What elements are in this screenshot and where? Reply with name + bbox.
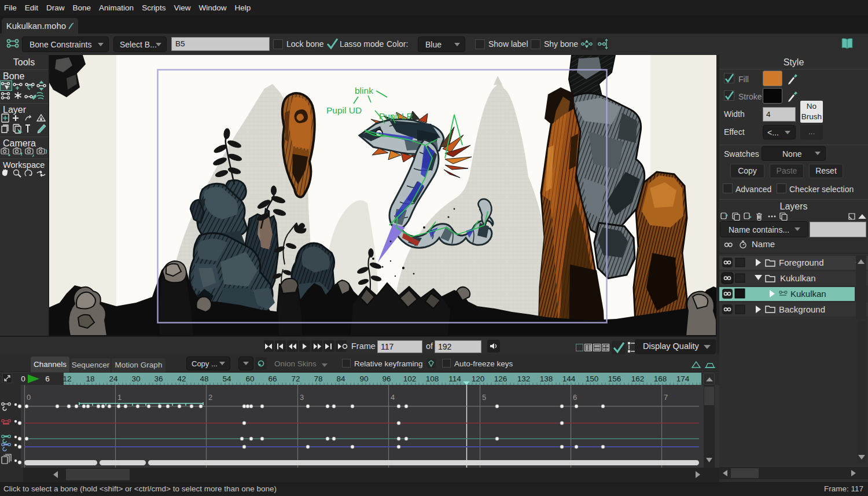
svg-text:12: 12 [62,374,71,383]
svg-text:78: 78 [314,374,322,383]
svg-text:132: 132 [517,374,531,383]
svg-text:174: 174 [676,374,690,383]
svg-text:0: 0 [21,374,25,383]
svg-text:156: 156 [608,374,621,383]
svg-text:7: 7 [664,393,668,402]
svg-text:1: 1 [117,393,122,402]
svg-text:168: 168 [654,374,667,383]
svg-text:96: 96 [382,374,391,383]
svg-text:66: 66 [268,374,277,383]
svg-text:60: 60 [245,374,254,383]
svg-text:0: 0 [27,393,31,402]
svg-text:Pupil UD: Pupil UD [326,105,362,115]
svg-text:102: 102 [403,374,417,383]
svg-text:Kukulkan: Kukulkan [790,289,826,299]
svg-text:90: 90 [359,374,368,383]
svg-text:18: 18 [86,374,94,383]
svg-text:Background: Background [779,304,825,314]
svg-text:36: 36 [154,374,163,383]
svg-text:126: 126 [494,374,507,383]
svg-text:42: 42 [177,374,186,383]
svg-text:72: 72 [291,374,300,383]
svg-text:6: 6 [573,393,577,402]
svg-text:4: 4 [391,393,395,402]
svg-text:150: 150 [586,374,599,383]
svg-text:Kukulkan: Kukulkan [780,273,816,283]
svg-text:48: 48 [200,374,208,383]
svg-text:144: 144 [562,374,576,383]
svg-text:Pupil LR: Pupil LR [379,111,413,121]
svg-text:blink: blink [355,86,373,95]
svg-text:6: 6 [45,374,50,383]
svg-text:120: 120 [472,374,485,383]
svg-text:30: 30 [131,374,140,383]
svg-text:114: 114 [448,374,461,383]
svg-text:3: 3 [300,393,304,402]
svg-text:Foreground: Foreground [779,258,824,267]
svg-text:54: 54 [222,374,231,383]
svg-text:84: 84 [336,374,345,383]
svg-text:108: 108 [426,374,439,383]
svg-text:138: 138 [540,374,553,383]
svg-text:5: 5 [482,393,486,402]
svg-text:162: 162 [631,374,645,383]
svg-text:24: 24 [109,374,118,383]
svg-text:2: 2 [208,393,212,402]
